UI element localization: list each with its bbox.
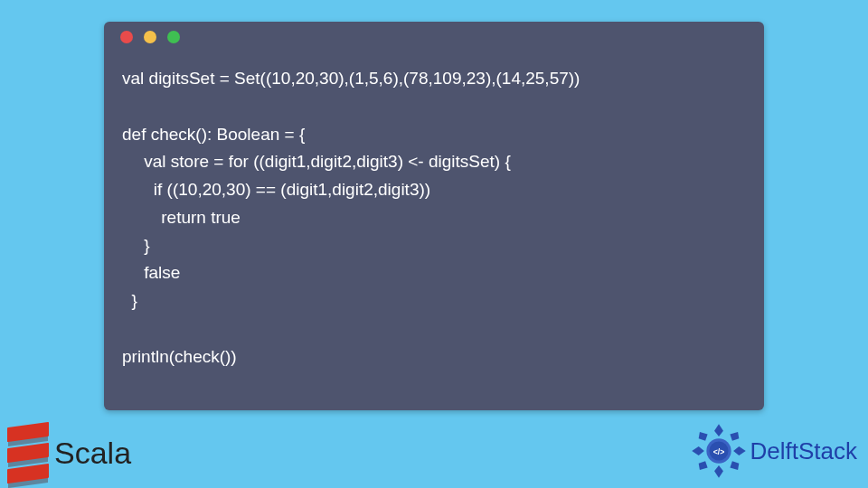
code-window: val digitsSet = Set((10,20,30),(1,5,6),(…	[104, 22, 764, 410]
delftstack-logo-icon: </>	[691, 423, 747, 479]
window-titlebar	[104, 22, 764, 52]
scala-logo-text: Scala	[54, 436, 131, 471]
svg-marker-5	[730, 432, 739, 441]
code-content: val digitsSet = Set((10,20,30),(1,5,6),(…	[104, 52, 764, 371]
scala-logo: Scala	[7, 425, 131, 481]
svg-marker-6	[698, 461, 707, 470]
delftstack-logo-text: DelftStack	[750, 437, 858, 465]
svg-marker-7	[730, 461, 739, 470]
zoom-icon[interactable]	[167, 31, 180, 43]
close-icon[interactable]	[120, 31, 133, 43]
svg-text:</>: </>	[712, 447, 724, 456]
svg-marker-4	[698, 432, 707, 441]
svg-marker-1	[714, 465, 723, 478]
minimize-icon[interactable]	[144, 31, 156, 43]
svg-marker-3	[733, 446, 746, 455]
scala-logo-icon	[7, 425, 49, 481]
delftstack-logo: </> DelftStack	[691, 423, 858, 479]
svg-marker-0	[714, 424, 723, 436]
svg-marker-2	[692, 446, 704, 455]
